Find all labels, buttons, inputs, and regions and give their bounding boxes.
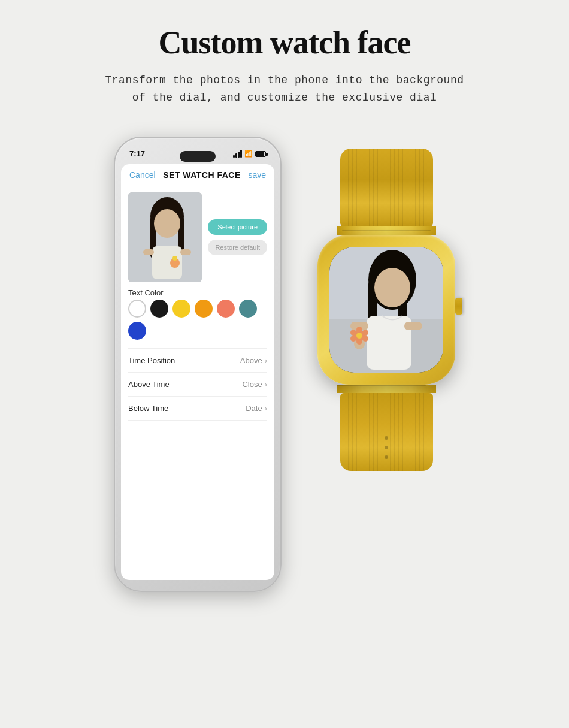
time-position-label: Time Position bbox=[128, 356, 175, 365]
swatch-orange-light[interactable] bbox=[217, 300, 235, 318]
svg-point-25 bbox=[356, 339, 362, 345]
band-holes bbox=[385, 436, 388, 459]
svg-point-4 bbox=[154, 209, 180, 238]
chevron-icon-2: › bbox=[265, 380, 267, 389]
action-buttons: Select picture Restore default bbox=[208, 219, 267, 255]
below-time-value: Date › bbox=[246, 404, 267, 413]
page-subtitle: Transform the photos in the phone into t… bbox=[105, 72, 464, 107]
band-hole-1 bbox=[385, 436, 388, 440]
watch-screen-image bbox=[329, 247, 443, 373]
save-button[interactable]: save bbox=[248, 170, 266, 180]
watch-display-image bbox=[329, 247, 443, 373]
restore-default-button[interactable]: Restore default bbox=[208, 240, 267, 255]
phone-device: 7:17 📶 Cancel bbox=[114, 137, 282, 592]
svg-rect-7 bbox=[180, 249, 191, 255]
phone-notch bbox=[180, 151, 216, 162]
watch-band-top-connector bbox=[337, 226, 436, 235]
connector-line-bottom bbox=[337, 385, 426, 386]
band-hole-2 bbox=[385, 446, 388, 449]
page-title: Custom watch face bbox=[159, 24, 411, 61]
color-swatches bbox=[128, 300, 267, 340]
below-time-label: Below Time bbox=[128, 404, 168, 413]
connector-line-top bbox=[342, 230, 431, 231]
svg-point-24 bbox=[362, 336, 368, 342]
app-screen-title: SET WATCH FACE bbox=[163, 170, 241, 180]
chevron-icon: › bbox=[265, 356, 267, 365]
time-position-value: Above › bbox=[240, 356, 267, 365]
menu-row-time-position[interactable]: Time Position Above › bbox=[128, 349, 267, 373]
svg-point-15 bbox=[374, 268, 410, 307]
svg-point-9 bbox=[172, 256, 177, 261]
select-picture-button[interactable]: Select picture bbox=[208, 219, 267, 235]
svg-point-27 bbox=[350, 330, 356, 336]
below-time-text: Date bbox=[246, 404, 262, 413]
phone-screen: Cancel SET WATCH FACE save bbox=[121, 164, 274, 580]
app-body: Select picture Restore default Text Colo… bbox=[121, 185, 274, 580]
swatch-black[interactable] bbox=[150, 300, 168, 318]
above-time-label: Above Time bbox=[128, 380, 170, 389]
bar4 bbox=[240, 150, 242, 158]
svg-point-23 bbox=[362, 330, 368, 336]
photo-preview[interactable] bbox=[128, 192, 202, 282]
swatch-orange-dark[interactable] bbox=[195, 300, 213, 318]
svg-rect-16 bbox=[367, 316, 411, 370]
time-position-text: Above bbox=[240, 356, 262, 365]
bar2 bbox=[235, 153, 237, 158]
wifi-icon: 📶 bbox=[244, 150, 253, 158]
watch-band-bottom-connector bbox=[337, 385, 436, 393]
swatch-teal[interactable] bbox=[239, 300, 257, 318]
photo-section: Select picture Restore default bbox=[128, 192, 267, 282]
app-header: Cancel SET WATCH FACE save bbox=[121, 164, 274, 185]
signal-bars-icon bbox=[233, 150, 242, 158]
phone-status-bar: 7:17 📶 bbox=[120, 146, 276, 162]
battery-icon bbox=[255, 151, 266, 157]
band-hole-3 bbox=[385, 455, 388, 459]
svg-rect-6 bbox=[143, 249, 154, 255]
watch-device bbox=[317, 149, 455, 471]
svg-point-26 bbox=[350, 336, 356, 342]
bar1 bbox=[233, 155, 235, 158]
status-icons: 📶 bbox=[233, 150, 266, 158]
watch-screen bbox=[329, 247, 443, 373]
phone-time: 7:17 bbox=[129, 149, 145, 158]
svg-point-22 bbox=[356, 327, 362, 333]
subtitle-line1: Transform the photos in the phone into t… bbox=[105, 74, 464, 86]
swatch-white[interactable] bbox=[128, 300, 146, 318]
above-time-text: Close bbox=[242, 380, 262, 389]
text-color-label: Text Color bbox=[128, 288, 267, 297]
content-row: 7:17 📶 Cancel bbox=[12, 137, 557, 592]
watch-band-top bbox=[340, 149, 433, 226]
cancel-button[interactable]: Cancel bbox=[129, 170, 156, 180]
preview-image bbox=[128, 192, 202, 282]
menu-row-below-time[interactable]: Below Time Date › bbox=[128, 397, 267, 421]
chevron-icon-3: › bbox=[265, 404, 267, 413]
watch-crown bbox=[455, 298, 462, 315]
subtitle-line2: of the dial, and customize the exclusive… bbox=[132, 92, 437, 104]
svg-point-21 bbox=[356, 333, 362, 339]
watch-body bbox=[317, 235, 455, 385]
battery-fill bbox=[256, 152, 264, 156]
swatch-yellow[interactable] bbox=[172, 300, 190, 318]
text-color-section: Text Color bbox=[128, 288, 267, 340]
swatch-blue[interactable] bbox=[128, 322, 146, 340]
menu-rows: Time Position Above › Above Time Close › bbox=[128, 348, 267, 421]
svg-rect-18 bbox=[404, 322, 422, 330]
page-wrapper: Custom watch face Transform the photos i… bbox=[0, 0, 569, 728]
watch-band-bottom bbox=[340, 393, 433, 471]
bar3 bbox=[238, 152, 240, 158]
menu-row-above-time[interactable]: Above Time Close › bbox=[128, 373, 267, 397]
above-time-value: Close › bbox=[242, 380, 267, 389]
